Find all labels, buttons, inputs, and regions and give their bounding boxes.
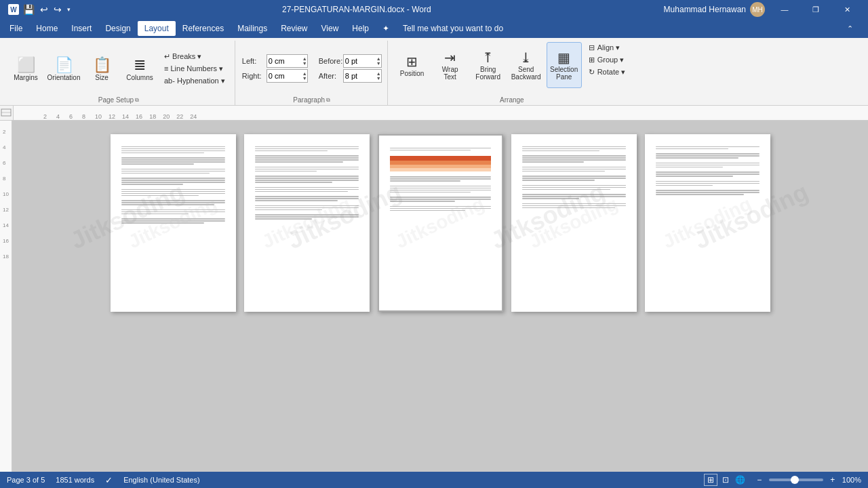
page-setup-dialog-launcher[interactable]: ⧉ — [135, 97, 139, 104]
align-icon: ⊟ — [589, 43, 595, 52]
indent-right-up[interactable]: ▲ — [302, 71, 307, 76]
text-line — [390, 176, 491, 178]
indent-right-input[interactable] — [267, 70, 302, 82]
print-layout-button[interactable]: ⊞ — [704, 474, 717, 486]
spacer — [255, 184, 359, 186]
table-cell — [471, 156, 491, 161]
line-numbers-label: ≡ Line Numbers ▾ — [164, 64, 223, 73]
language-label[interactable]: English (United States) — [123, 476, 200, 484]
bring-forward-button[interactable]: ⤒ Bring Forward — [471, 42, 506, 88]
ribbon-collapse-button[interactable]: ⌃ — [834, 19, 865, 38]
text-line — [656, 181, 760, 182]
minimize-button[interactable]: — — [769, 0, 800, 19]
menu-mailings[interactable]: Mailings — [231, 21, 274, 36]
spacer — [121, 186, 225, 188]
spacing-after-up[interactable]: ▲ — [376, 71, 381, 76]
align-button[interactable]: ⊟ Align ▾ — [585, 42, 629, 54]
text-line — [522, 169, 626, 170]
zoom-slider[interactable] — [769, 479, 823, 481]
spacing-before-up[interactable]: ▲ — [376, 56, 381, 61]
indent-left-down[interactable]: ▼ — [302, 61, 307, 66]
indent-left-input[interactable] — [267, 55, 302, 67]
wrap-text-button[interactable]: ⇥ Wrap Text — [433, 42, 468, 88]
restore-button[interactable]: ❐ — [800, 0, 831, 19]
margins-button[interactable]: ⬜ Margins — [8, 45, 43, 92]
menu-file[interactable]: File — [3, 21, 29, 36]
horizontal-ruler[interactable]: 2 4 6 8 10 12 14 16 18 20 22 24 — [14, 106, 868, 121]
menu-review[interactable]: Review — [274, 21, 314, 36]
web-layout-button[interactable]: 🌐 — [734, 474, 747, 486]
text-line — [255, 205, 359, 207]
vertical-ruler[interactable]: 2 4 6 8 10 12 14 16 18 — [0, 121, 12, 472]
selection-pane-label: Selection Pane — [550, 66, 578, 81]
ruler-mark: 4 — [56, 113, 60, 120]
indent-right-spinner[interactable]: ▲ ▼ — [302, 71, 307, 81]
send-backward-button[interactable]: ⤓ Send Backward — [509, 42, 544, 88]
text-line — [522, 187, 626, 188]
size-button[interactable]: 📋 Size — [84, 45, 119, 92]
orientation-label: Orientation — [47, 74, 81, 81]
spacing-after-down[interactable]: ▼ — [376, 76, 381, 81]
menu-tell-me[interactable]: Tell me what you want to do — [396, 21, 510, 36]
spacing-after-input[interactable] — [344, 70, 376, 82]
menu-layout[interactable]: Layout — [138, 21, 176, 36]
text-line — [390, 208, 491, 209]
document-area[interactable]: Jitksoding Jitksoding Jitksoding Jitksod… — [12, 121, 868, 472]
user-avatar[interactable]: MH — [750, 2, 765, 17]
text-line — [255, 150, 328, 152]
read-mode-button[interactable]: ⊡ — [719, 474, 732, 486]
menu-lightbulb[interactable]: ✦ — [376, 21, 396, 36]
spacing-before-down[interactable]: ▼ — [376, 61, 381, 66]
paragraph-dialog-launcher[interactable]: ⧉ — [326, 97, 330, 104]
group-button[interactable]: ⊞ Group ▾ — [585, 54, 629, 66]
menu-design[interactable]: Design — [98, 21, 137, 36]
columns-button[interactable]: ≣ Columns — [122, 45, 157, 92]
menu-view[interactable]: View — [315, 21, 346, 36]
text-line — [656, 167, 723, 168]
text-line — [121, 163, 194, 165]
text-line — [121, 200, 225, 201]
hyphenation-button[interactable]: ab- Hyphenation ▾ — [160, 75, 229, 87]
menu-help[interactable]: Help — [345, 21, 376, 36]
zoom-level[interactable]: 100% — [842, 476, 861, 484]
save-qa-button[interactable]: 💾 — [22, 4, 36, 15]
rotate-button[interactable]: ↻ Rotate ▾ — [585, 66, 629, 78]
redo-qa-button[interactable]: ↪ — [52, 4, 63, 15]
send-backward-label: Send Backward — [511, 66, 541, 81]
zoom-out-button[interactable]: − — [753, 474, 766, 486]
text-line — [121, 182, 225, 183]
spacer — [121, 165, 225, 167]
menu-insert[interactable]: Insert — [64, 21, 98, 36]
indent-left-spinner[interactable]: ▲ ▼ — [302, 56, 307, 66]
spacing-before-spinner[interactable]: ▲ ▼ — [376, 56, 381, 66]
text-line — [255, 148, 359, 150]
page-setup-group: ⬜ Margins 📄 Orientation 📋 Size ≣ Columns… — [3, 41, 235, 105]
page-4-content — [511, 134, 637, 220]
close-button[interactable]: ✕ — [831, 0, 863, 19]
text-line — [656, 174, 760, 175]
table-cell — [471, 168, 491, 171]
qa-dropdown-button[interactable]: ▾ — [66, 6, 72, 13]
breaks-button[interactable]: ↵ Breaks ▾ — [160, 51, 229, 62]
text-line — [121, 152, 204, 154]
zoom-in-button[interactable]: + — [826, 474, 840, 486]
menu-home[interactable]: Home — [29, 21, 64, 36]
columns-label: Columns — [126, 74, 153, 81]
position-button[interactable]: ⊞ Position — [395, 42, 430, 88]
spacing-after-spinner[interactable]: ▲ ▼ — [376, 71, 381, 81]
indent-right-down[interactable]: ▼ — [302, 76, 307, 81]
undo-qa-button[interactable]: ↩ — [39, 4, 50, 15]
text-line — [656, 185, 713, 186]
indent-left-up[interactable]: ▲ — [302, 56, 307, 61]
text-line — [390, 210, 466, 211]
proofing-icon[interactable]: ✓ — [105, 475, 113, 485]
v-ruler-mark: 8 — [3, 176, 9, 182]
bring-forward-icon: ⤒ — [482, 49, 494, 66]
selection-pane-button[interactable]: ▦ Selection Pane — [547, 42, 582, 88]
text-line — [390, 199, 491, 200]
line-numbers-button[interactable]: ≡ Line Numbers ▾ — [160, 63, 229, 75]
menu-references[interactable]: References — [176, 21, 231, 36]
orientation-button[interactable]: 📄 Orientation — [46, 45, 81, 92]
spacer — [522, 173, 626, 175]
spacing-before-input[interactable] — [344, 55, 376, 67]
